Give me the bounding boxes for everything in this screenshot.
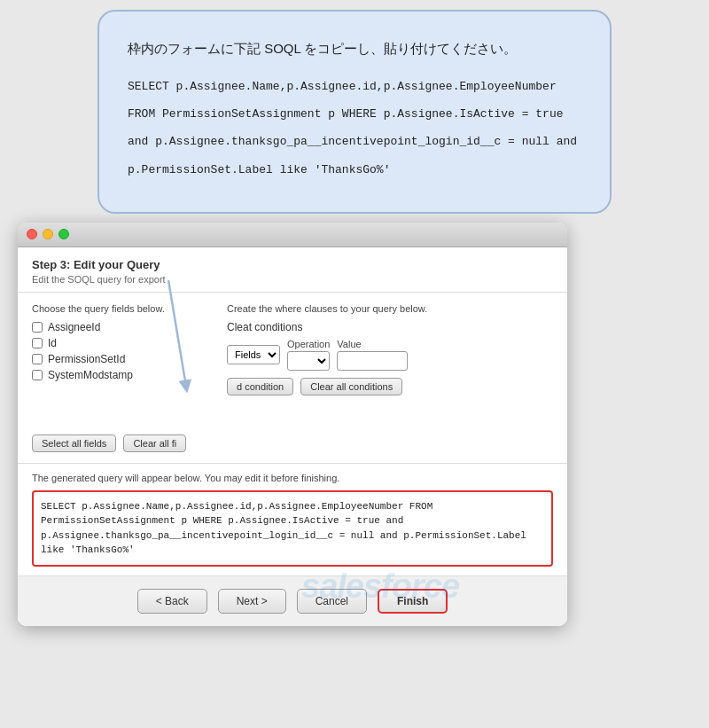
query-builder-area: Choose the query fields below. AssigneeI… — [18, 293, 567, 434]
checkbox-permissionsetid[interactable] — [32, 354, 43, 364]
checkbox-id[interactable] — [32, 338, 43, 348]
clear-conditions-button[interactable]: Clear all conditions — [300, 378, 402, 395]
tooltip-soql-line4: p.PermissionSet.Label like 'ThanksGo%' — [128, 160, 581, 180]
tooltip-soql-line1: SELECT p.Assignee.Name,p.Assignee.id,p.A… — [128, 76, 581, 97]
window-content: Step 3: Edit your Query Edit the SOQL qu… — [18, 247, 567, 626]
tooltip-soql-line2: FROM PermissionSetAssignment p WHERE p.A… — [128, 104, 581, 124]
field-permissionsetid[interactable]: PermissionSetId — [32, 353, 209, 365]
value-label: Value — [337, 339, 408, 349]
cleat-conditions-label: Cleat conditions — [227, 321, 553, 333]
operation-dropdown[interactable] — [287, 351, 330, 371]
field-systemmodstamp[interactable]: SystemModstamp — [32, 369, 209, 381]
finish-button[interactable]: Finish — [378, 589, 448, 614]
cancel-button[interactable]: Cancel — [297, 589, 367, 614]
field-label-id: Id — [48, 337, 57, 349]
step-title: Step 3: Edit your Query — [32, 258, 553, 271]
step-subtitle: Edit the SOQL query for export — [32, 274, 553, 285]
field-buttons: Select all fields Clear all fi — [18, 434, 567, 464]
add-condition-button[interactable]: d condition — [227, 378, 293, 395]
fields-dropdown[interactable]: Fields — [227, 345, 280, 364]
step-header: Step 3: Edit your Query Edit the SOQL qu… — [18, 247, 567, 293]
back-button[interactable]: < Back — [137, 589, 207, 614]
checkbox-systemmodstamp[interactable] — [32, 370, 43, 380]
left-col-label: Choose the query fields below. — [32, 303, 209, 314]
condition-buttons: d condition Clear all conditions — [227, 378, 553, 395]
fields-col: Choose the query fields below. AssigneeI… — [32, 303, 209, 424]
maximize-button[interactable] — [58, 229, 69, 239]
right-col-label: Create the where clauses to your query b… — [227, 303, 553, 314]
app-window: Step 3: Edit your Query Edit the SOQL qu… — [18, 223, 567, 626]
conditions-row: Fields Operation Value — [227, 339, 553, 371]
value-input[interactable] — [337, 351, 408, 371]
traffic-lights — [27, 229, 69, 239]
select-all-fields-button[interactable]: Select all fields — [32, 434, 116, 452]
title-bar — [18, 223, 567, 247]
tooltip-japanese: 枠内のフォームに下記 SOQL をコピーし、貼り付けてください。 — [128, 36, 581, 60]
minimize-button[interactable] — [43, 229, 53, 239]
field-assigneeid[interactable]: AssigneeId — [32, 321, 209, 333]
close-button[interactable] — [27, 229, 37, 239]
field-id[interactable]: Id — [32, 337, 209, 349]
field-label-systemmodstamp: SystemModstamp — [48, 369, 133, 381]
query-box[interactable]: SELECT p.Assignee.Name,p.Assignee.id,p.A… — [32, 490, 553, 567]
conditions-col: Create the where clauses to your query b… — [227, 303, 553, 424]
nav-buttons: < Back Next > Cancel Finish — [18, 575, 567, 626]
generated-label: The generated query will appear below. Y… — [32, 473, 553, 483]
operation-label: Operation — [287, 339, 330, 349]
tooltip-soql-line3: and p.Assignee.thanksgo_pa__incentivepoi… — [128, 131, 581, 152]
field-label-assigneeid: AssigneeId — [48, 321, 100, 333]
next-button[interactable]: Next > — [218, 589, 286, 614]
tooltip-bubble: 枠内のフォームに下記 SOQL をコピーし、貼り付けてください。 SELECT … — [97, 10, 612, 215]
field-label-permissionsetid: PermissionSetId — [48, 353, 125, 365]
generated-section: The generated query will appear below. Y… — [18, 464, 567, 575]
clear-all-fields-button[interactable]: Clear all fi — [123, 434, 186, 452]
checkbox-assigneeid[interactable] — [32, 322, 43, 333]
